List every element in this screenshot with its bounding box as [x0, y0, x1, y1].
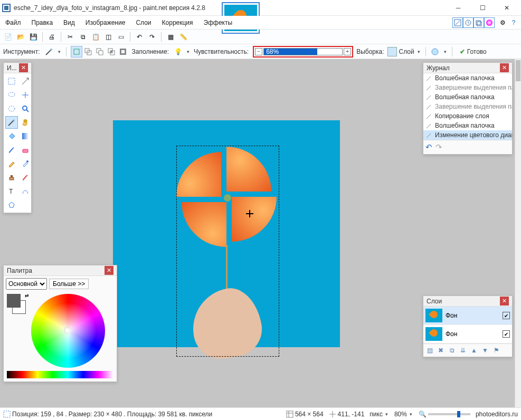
layer-delete-icon[interactable]: ✖: [436, 346, 446, 355]
color-strip[interactable]: [7, 371, 113, 378]
menu-edit[interactable]: Правка: [26, 16, 59, 29]
print-icon[interactable]: 🖨: [47, 32, 56, 42]
menu-image[interactable]: Изображение: [80, 16, 131, 29]
history-undo-icon[interactable]: ↶: [425, 142, 432, 152]
tools-panel-close-button[interactable]: ✕: [19, 63, 28, 72]
tool-dropper-icon[interactable]: [19, 157, 32, 170]
sample-swatch-icon[interactable]: [387, 47, 397, 56]
new-file-icon[interactable]: 📄: [3, 32, 13, 42]
tolerance-slider[interactable]: 68%: [263, 48, 343, 55]
sample-dropdown-icon[interactable]: ▾: [416, 49, 421, 54]
tool-clone-icon[interactable]: [5, 171, 18, 184]
fg-bg-swatch[interactable]: ⇄: [7, 294, 28, 315]
tool-move-pixels-icon[interactable]: [19, 89, 32, 101]
flood-mode-icon[interactable]: [430, 47, 440, 56]
history-row[interactable]: Волшебная палочка: [423, 73, 512, 83]
history-row[interactable]: Завершение выделения палочкой: [423, 83, 512, 92]
crop-icon[interactable]: ◫: [103, 32, 113, 42]
undo-icon[interactable]: ↶: [135, 32, 144, 42]
minimize-button[interactable]: ─: [446, 1, 470, 15]
close-button[interactable]: ✕: [495, 1, 519, 15]
tool-shape-ellipse-icon[interactable]: [19, 198, 32, 211]
menu-effects[interactable]: Эффекты: [198, 16, 238, 29]
history-panel-close-button[interactable]: ✕: [500, 63, 509, 72]
layer-duplicate-icon[interactable]: ⧉: [447, 346, 457, 355]
tolerance-plus-button[interactable]: +: [344, 48, 351, 55]
redo-icon[interactable]: ↷: [147, 32, 157, 42]
layer-add-icon[interactable]: ▤: [425, 346, 434, 355]
deselect-icon[interactable]: ▭: [116, 32, 126, 42]
layer-visibility-checkbox[interactable]: ✔: [503, 312, 510, 319]
tool-ellipse-select-icon[interactable]: [5, 102, 18, 115]
swap-colors-icon[interactable]: ⇄: [25, 293, 29, 298]
menu-adjust[interactable]: Коррекция: [157, 16, 198, 29]
selmode-invert-icon[interactable]: [117, 46, 129, 58]
zoom-slider[interactable]: [428, 413, 470, 415]
menu-file[interactable]: Файл: [0, 16, 26, 29]
layer-row[interactable]: Фон✔: [423, 307, 512, 325]
zoom-out-icon[interactable]: 🔍: [419, 411, 427, 418]
toggle-tools-icon[interactable]: [452, 17, 463, 28]
fill-dropdown-icon[interactable]: ▾: [186, 49, 191, 54]
maximize-button[interactable]: ☐: [470, 1, 495, 15]
tool-bucket-icon[interactable]: [5, 130, 18, 142]
tolerance-minus-button[interactable]: −: [255, 48, 262, 55]
tool-brush-icon[interactable]: [5, 144, 18, 156]
layer-props-icon[interactable]: ⚑: [491, 346, 501, 355]
help-icon[interactable]: ?: [508, 17, 519, 28]
tool-zoom-icon[interactable]: [19, 102, 32, 115]
color-wheel[interactable]: [31, 294, 105, 368]
history-row[interactable]: Завершение выделения палочкой: [423, 102, 512, 111]
layer-down-icon[interactable]: ▼: [480, 346, 490, 355]
vertical-scrollbar[interactable]: [515, 59, 521, 407]
paste-icon[interactable]: 📋: [91, 32, 100, 42]
open-file-icon[interactable]: 📂: [16, 32, 25, 42]
layer-merge-icon[interactable]: ⇊: [458, 346, 468, 355]
palette-more-button[interactable]: Больше >>: [49, 279, 89, 289]
layer-visibility-checkbox[interactable]: ✔: [503, 330, 510, 338]
menu-view[interactable]: Вид: [58, 16, 80, 29]
commit-label[interactable]: Готово: [467, 48, 487, 55]
toggle-history-icon[interactable]: [463, 17, 473, 28]
toggle-layers-icon[interactable]: [473, 17, 484, 28]
palette-panel-close-button[interactable]: ✕: [105, 266, 113, 275]
status-zoom[interactable]: 80%: [394, 411, 407, 418]
copy-icon[interactable]: ⧉: [78, 32, 88, 42]
palette-mode-select[interactable]: Основной: [6, 278, 47, 290]
fill-mode-icon[interactable]: 💡: [173, 47, 183, 56]
tool-wand-icon[interactable]: [44, 47, 54, 56]
save-icon[interactable]: 💾: [29, 32, 38, 42]
tool-text-icon[interactable]: T: [5, 185, 18, 197]
tool-eraser-icon[interactable]: [19, 144, 32, 156]
history-row[interactable]: Копирование слоя: [423, 111, 512, 121]
layers-panel-close-button[interactable]: ✕: [500, 297, 509, 306]
ruler-icon[interactable]: 📏: [178, 32, 188, 42]
toggle-colors-icon[interactable]: [484, 17, 495, 28]
flood-dropdown-icon[interactable]: ▾: [443, 49, 448, 54]
tool-lasso-icon[interactable]: [5, 89, 18, 101]
selmode-add-icon[interactable]: [82, 46, 94, 58]
tool-line-icon[interactable]: [19, 185, 32, 197]
zoom-dropdown-icon[interactable]: ▾: [409, 412, 413, 417]
tool-recolor-icon[interactable]: [19, 171, 32, 184]
tool-shape-rect-icon[interactable]: [5, 198, 18, 211]
settings-icon[interactable]: ⚙: [497, 17, 508, 28]
menu-layers[interactable]: Слои: [130, 16, 156, 29]
tool-pencil-icon[interactable]: [5, 157, 18, 170]
tool-magic-wand-icon[interactable]: [5, 116, 18, 129]
cut-icon[interactable]: ✂: [65, 32, 75, 42]
tool-move-selection-icon[interactable]: [19, 75, 32, 88]
selmode-replace-icon[interactable]: [71, 46, 82, 58]
layer-up-icon[interactable]: ▲: [469, 346, 479, 355]
unit-dropdown-icon[interactable]: ▾: [384, 412, 389, 417]
status-unit[interactable]: пикс: [370, 411, 383, 418]
tool-gradient-icon[interactable]: [19, 130, 32, 142]
history-redo-icon[interactable]: ↷: [435, 142, 442, 152]
tool-rect-select-icon[interactable]: [5, 75, 18, 88]
selmode-intersect-icon[interactable]: [106, 46, 117, 58]
history-row[interactable]: Волшебная палочка: [423, 92, 512, 102]
history-row[interactable]: Изменение цветового диапазона: [423, 130, 512, 140]
layer-row[interactable]: Фон✔: [423, 325, 512, 343]
tool-dropdown-icon[interactable]: ▾: [57, 49, 62, 54]
selmode-sub-icon[interactable]: [94, 46, 106, 58]
